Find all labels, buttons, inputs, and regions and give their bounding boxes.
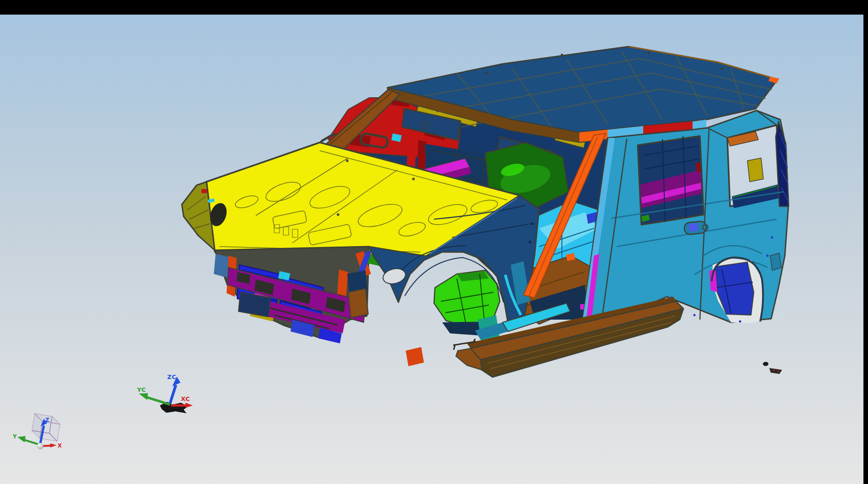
wcs-zc-label: ZC <box>167 374 176 380</box>
cad-viewport-scene[interactable]: ZC YC XC Z Y X <box>0 0 868 484</box>
datum-z-label: Z <box>45 417 49 423</box>
body-side-rear[interactable] <box>582 110 789 325</box>
datum-y-label: Y <box>12 433 17 440</box>
wcs-xc-label: XC <box>181 395 190 402</box>
car-body-model[interactable] <box>182 47 789 377</box>
cad-graphics-window[interactable]: ZC YC XC Z Y X <box>0 0 868 484</box>
datum-x-label: X <box>58 442 62 449</box>
wcs-triad[interactable]: ZC YC XC <box>137 374 193 413</box>
wcs-yc-label: YC <box>137 386 146 393</box>
front-fascia[interactable] <box>214 247 400 343</box>
datum-csys[interactable]: Z Y X <box>12 414 62 449</box>
loose-parts[interactable] <box>763 362 782 374</box>
